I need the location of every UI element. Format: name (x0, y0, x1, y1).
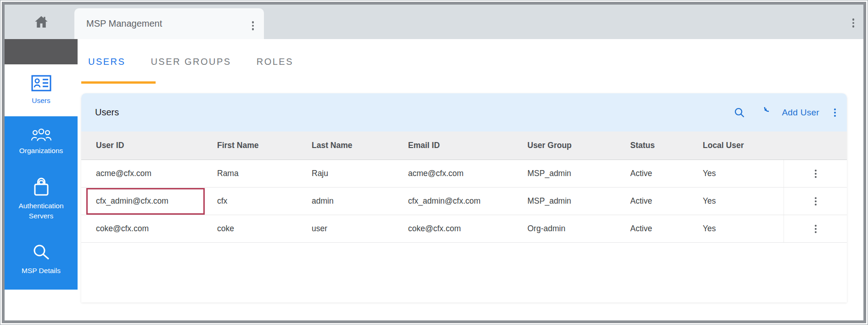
cell-last-name: admin (312, 196, 408, 206)
id-card-icon (31, 75, 51, 91)
cell-local-user: Yes (703, 224, 784, 234)
panel-kebab-menu-icon[interactable] (832, 107, 838, 119)
column-header-user-group[interactable]: User Group (527, 141, 630, 150)
add-user-button[interactable]: Add User (782, 108, 819, 118)
sidebar: Users Organizations (5, 39, 78, 320)
tab-title: MSP Management (86, 18, 162, 29)
top-bar: MSP Management (5, 5, 863, 39)
sidebar-item-label: Organizations (19, 146, 63, 156)
sidebar-header-block (5, 39, 78, 64)
cell-user-group: MSP_admin (527, 169, 630, 178)
sidebar-item-label: Users (32, 96, 50, 106)
cell-last-name: user (312, 224, 408, 234)
row-actions (784, 188, 847, 215)
section-tabs: USERS USER GROUPS ROLES (78, 57, 293, 67)
cell-first-name: cfx (217, 196, 312, 206)
tab-user-groups[interactable]: USER GROUPS (151, 57, 231, 67)
column-header-local-user[interactable]: Local User (703, 141, 784, 150)
panel-title: Users (95, 107, 119, 118)
window-kebab-menu-icon[interactable] (851, 17, 857, 29)
cell-user-group: Org-admin (527, 224, 630, 234)
browser-tab-msp-management[interactable]: MSP Management (74, 8, 264, 39)
main-content: USERS USER GROUPS ROLES Users (78, 39, 863, 320)
sidebar-item-msp-details[interactable]: MSP Details (5, 230, 78, 290)
row-kebab-menu-icon[interactable] (813, 168, 818, 180)
column-header-last-name[interactable]: Last Name (312, 141, 408, 150)
magnifier-icon (32, 243, 50, 262)
home-button[interactable] (5, 5, 78, 39)
column-header-first-name[interactable]: First Name (217, 141, 312, 150)
tab-kebab-menu-icon[interactable] (250, 19, 256, 32)
tab-users[interactable]: USERS (88, 57, 125, 67)
column-header-user-id[interactable]: User ID (96, 141, 217, 150)
row-kebab-menu-icon[interactable] (813, 195, 818, 207)
sidebar-item-users[interactable]: Users (5, 64, 78, 116)
table-row[interactable]: acme@cfx.com Rama Raju acme@cfx.com MSP_… (81, 160, 847, 188)
app-frame: MSP Management Users (2, 2, 866, 323)
cell-email-id: cfx_admin@cfx.com (408, 196, 527, 206)
search-icon (734, 107, 745, 118)
refresh-icon (758, 107, 769, 118)
cell-first-name: Rama (217, 169, 312, 178)
sidebar-item-label: Authentication Servers (7, 201, 75, 222)
tab-roles[interactable]: ROLES (257, 57, 293, 67)
cell-user-id: coke@cfx.com (96, 224, 217, 234)
column-header-email-id[interactable]: Email ID (408, 141, 527, 150)
table-row[interactable]: coke@cfx.com coke user coke@cfx.com Org-… (81, 215, 847, 243)
cell-email-id: coke@cfx.com (408, 224, 527, 234)
users-panel-header: Users Add User (81, 93, 847, 131)
cell-user-group: MSP_admin (527, 196, 630, 206)
cell-first-name: coke (217, 224, 312, 234)
lock-icon (32, 177, 50, 197)
cell-status: Active (630, 169, 703, 178)
app-window: MSP Management Users (0, 0, 868, 325)
cell-user-id: acme@cfx.com (96, 169, 217, 178)
users-panel: Users Add User (81, 93, 847, 302)
home-icon (35, 16, 48, 28)
row-kebab-menu-icon[interactable] (813, 223, 818, 235)
sidebar-item-label: MSP Details (22, 266, 61, 276)
row-actions (784, 215, 847, 242)
cell-status: Active (630, 224, 703, 234)
cell-local-user: Yes (703, 196, 784, 206)
row-actions (784, 160, 847, 187)
table-header-row: User ID First Name Last Name Email ID Us… (81, 131, 847, 160)
cell-email-id: acme@cfx.com (408, 169, 527, 178)
refresh-button[interactable] (758, 107, 769, 118)
sidebar-blue-section: Organizations Authentication Servers MSP… (5, 116, 78, 290)
cell-last-name: Raju (312, 169, 408, 178)
cell-user-id: cfx_admin@cfx.com (96, 196, 217, 206)
people-icon (31, 128, 52, 142)
sidebar-item-organizations[interactable]: Organizations (5, 116, 78, 168)
sidebar-item-authentication-servers[interactable]: Authentication Servers (5, 168, 78, 230)
search-button[interactable] (734, 107, 745, 118)
active-tab-underline (81, 81, 156, 84)
cell-local-user: Yes (703, 169, 784, 178)
column-header-status[interactable]: Status (630, 141, 703, 150)
cell-status: Active (630, 196, 703, 206)
panel-actions: Add User (734, 107, 838, 119)
table-row[interactable]: cfx_admin@cfx.com cfx admin cfx_admin@cf… (81, 188, 847, 215)
